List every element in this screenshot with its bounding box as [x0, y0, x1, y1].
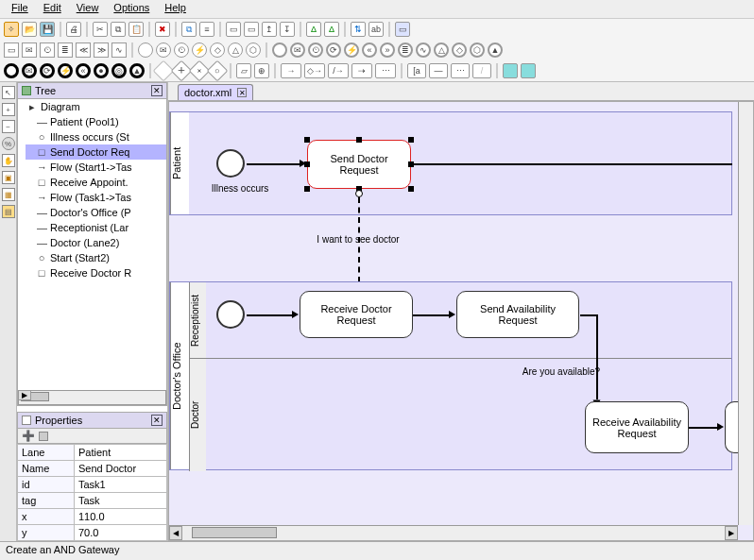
end-term2-icon[interactable]: ◎: [111, 63, 127, 78]
text-icon[interactable]: ab: [368, 22, 384, 37]
mid-msg-icon[interactable]: ✉: [290, 42, 305, 58]
menu-options[interactable]: Options: [106, 0, 157, 18]
def-flow-icon[interactable]: /→: [328, 63, 349, 78]
mid-fill-tri-icon[interactable]: ▲: [488, 42, 503, 58]
canvas-scrollbar-v[interactable]: [738, 102, 753, 525]
tree-root[interactable]: ▸Diagram: [26, 99, 166, 114]
mid-hex-icon[interactable]: ⬡: [470, 42, 485, 58]
start-event-icon[interactable]: [138, 42, 153, 58]
resize-handle[interactable]: [304, 137, 310, 143]
tree-item[interactable]: →Flow (Task1->Tas: [26, 190, 166, 205]
cond-event-icon[interactable]: ◇: [210, 42, 225, 58]
end-sig-icon[interactable]: ⟳: [40, 63, 55, 78]
pool-v-icon[interactable]: [503, 63, 518, 78]
properties-table[interactable]: LanePatient NameSend Doctor idTask1 tagT…: [17, 444, 167, 541]
pool-h-icon[interactable]: [521, 63, 536, 78]
resize-handle[interactable]: [304, 186, 310, 192]
close-icon[interactable]: ✕: [151, 85, 163, 96]
task-send-doctor[interactable]: Send Doctor Request: [307, 140, 411, 189]
back-icon[interactable]: ↧: [280, 22, 295, 37]
task-receive-doctor[interactable]: Receive Doctor Request: [300, 291, 413, 338]
hand-icon[interactable]: ✋: [2, 154, 15, 167]
tri-event-icon[interactable]: △: [228, 42, 243, 58]
msg-flow-icon[interactable]: ⇢: [351, 63, 372, 78]
tree-list[interactable]: ▸Diagram —Patient (Pool1) ○Illness occur…: [18, 99, 166, 280]
line2-icon[interactable]: ⋯: [451, 63, 470, 78]
tree-item[interactable]: →Flow (Start1->Tas: [26, 160, 166, 175]
align-icon[interactable]: ≡: [199, 22, 214, 37]
mid-dia-icon[interactable]: ◇: [452, 42, 467, 58]
end-rew-icon[interactable]: «: [76, 63, 91, 78]
front-icon[interactable]: ↥: [262, 22, 277, 37]
add-prop-icon[interactable]: ➕: [22, 430, 35, 442]
msg-event-icon[interactable]: ✉: [156, 42, 171, 58]
task-send-availability[interactable]: Send Availability Request: [456, 291, 579, 338]
text-anno-icon[interactable]: [a: [407, 63, 426, 78]
sequence-flow[interactable]: [596, 314, 598, 399]
diagram-canvas[interactable]: Patient Illness occurs Send Doctor Reque…: [168, 101, 754, 541]
tree-item[interactable]: —Doctor (Lane2): [26, 235, 166, 250]
print-icon[interactable]: 🖨: [66, 22, 81, 37]
mid-tri-icon[interactable]: △: [434, 42, 449, 58]
mid-err-icon[interactable]: ⚡: [344, 42, 359, 58]
shape-msg-icon[interactable]: ✉: [22, 42, 37, 58]
fit-icon[interactable]: ▣: [2, 171, 15, 184]
open-icon[interactable]: 📂: [22, 22, 37, 37]
mid-event-icon[interactable]: [272, 42, 287, 58]
menu-file[interactable]: File: [4, 0, 36, 18]
new-icon[interactable]: ✧: [4, 22, 19, 37]
data-icon[interactable]: ▱: [236, 63, 251, 78]
shape-rew-icon[interactable]: ≪: [76, 42, 91, 58]
line3-icon[interactable]: /: [472, 63, 491, 78]
error-event-icon[interactable]: ⚡: [192, 42, 207, 58]
ungroup-icon[interactable]: ▭: [244, 22, 259, 37]
tree-item[interactable]: ○Illness occurs (St: [26, 129, 166, 144]
shape-clock-icon[interactable]: ⏲: [40, 42, 55, 58]
clone-icon[interactable]: ⧉: [181, 22, 197, 37]
grid-toggle-icon[interactable]: ▦: [2, 188, 15, 201]
mid-wave-icon[interactable]: ∿: [416, 42, 431, 58]
scroll-right-icon[interactable]: ▶: [725, 526, 738, 540]
tree-item[interactable]: —Doctor's Office (P: [26, 205, 166, 220]
link-event-icon[interactable]: ⬡: [246, 42, 261, 58]
tree-scrollbar[interactable]: ◀ ▶: [18, 390, 166, 405]
sheet-icon[interactable]: ▤: [2, 205, 15, 218]
sequence-flow[interactable]: [247, 314, 292, 316]
sequence-flow[interactable]: [580, 314, 597, 316]
validate2-icon[interactable]: Δ: [324, 22, 339, 37]
percent-icon[interactable]: %: [2, 137, 15, 150]
tree-item[interactable]: —Receptionist (Lar: [26, 220, 166, 235]
end-term-icon[interactable]: ●: [94, 63, 109, 78]
canvas-scrollbar-h[interactable]: ◀ ▶: [169, 525, 738, 540]
zoom-out-icon[interactable]: −: [2, 120, 15, 133]
anno-icon[interactable]: ⊕: [254, 63, 269, 78]
end-msg-icon[interactable]: ✉: [22, 63, 37, 78]
resize-handle[interactable]: [356, 137, 362, 143]
timer-event-icon[interactable]: ⏲: [174, 42, 189, 58]
window-icon[interactable]: ▭: [395, 22, 410, 37]
task-receive-availability[interactable]: Receive Availability Request: [585, 401, 689, 453]
end-tri-icon[interactable]: ▲: [129, 63, 145, 78]
menu-edit[interactable]: Edit: [36, 0, 69, 18]
paste-icon[interactable]: 📋: [129, 22, 144, 37]
resize-handle[interactable]: [408, 137, 414, 143]
group-icon[interactable]: ▭: [226, 22, 241, 37]
shape-wave-icon[interactable]: ∿: [111, 42, 127, 58]
copy-icon[interactable]: ⧉: [111, 22, 126, 37]
scroll-right-icon[interactable]: ▶: [18, 390, 31, 400]
zoom-in-icon[interactable]: +: [2, 103, 15, 116]
tree-item-selected[interactable]: □Send Doctor Req: [26, 144, 166, 160]
sequence-flow[interactable]: [413, 314, 449, 316]
sequence-flow[interactable]: [411, 163, 732, 165]
validate-icon[interactable]: Δ: [306, 22, 321, 37]
shape-bars-icon[interactable]: ≣: [58, 42, 73, 58]
scroll-left-icon[interactable]: ◀: [169, 526, 182, 540]
pointer-icon[interactable]: ↖: [2, 86, 15, 99]
resize-handle[interactable]: [304, 161, 310, 167]
shape-ff-icon[interactable]: ≫: [94, 42, 109, 58]
save-icon[interactable]: 💾: [40, 22, 55, 37]
sequence-flow[interactable]: [247, 163, 300, 165]
cond-flow-icon[interactable]: ◇→: [304, 63, 325, 78]
line1-icon[interactable]: —: [429, 63, 448, 78]
mid-sig-icon[interactable]: ⟳: [326, 42, 341, 58]
